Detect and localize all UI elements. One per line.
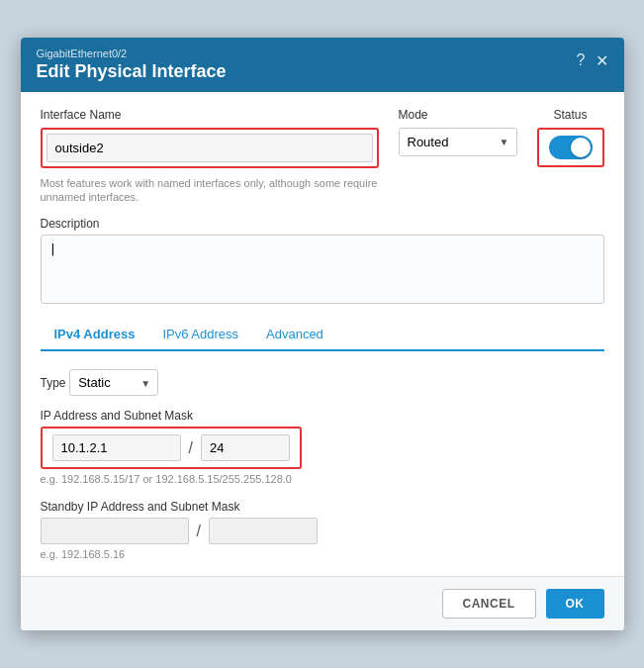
toggle-thumb xyxy=(571,138,591,157)
tab-ipv4-address[interactable]: IPv4 Address xyxy=(41,319,149,351)
standby-label: Standby IP Address and Subnet Mask xyxy=(41,500,240,514)
standby-slash-separator: / xyxy=(197,523,201,540)
description-label: Description xyxy=(41,217,100,231)
cancel-button[interactable]: CANCEL xyxy=(442,589,536,619)
ip-subnet-box-wrapper: / xyxy=(41,423,604,469)
ipv4-content: Type Static DHCP PPPoE ▼ IP Address and … xyxy=(41,365,604,560)
tab-advanced[interactable]: Advanced xyxy=(252,319,337,351)
dialog-body: Interface Name Most features work with n… xyxy=(21,92,624,577)
type-select-wrapper: Static DHCP PPPoE ▼ xyxy=(69,369,158,396)
standby-hint: e.g. 192.168.5.16 xyxy=(41,548,604,560)
status-box xyxy=(537,128,604,167)
tab-ipv6-address[interactable]: IPv6 Address xyxy=(148,319,252,351)
status-toggle[interactable] xyxy=(549,136,593,159)
dialog-header-left: GigabitEthernet0/2 Edit Physical Interfa… xyxy=(37,48,227,82)
ip-address-input[interactable] xyxy=(52,434,181,461)
standby-section: Standby IP Address and Subnet Mask / e.g… xyxy=(41,499,604,560)
top-row: Interface Name Most features work with n… xyxy=(41,108,604,205)
edit-physical-interface-dialog: GigabitEthernet0/2 Edit Physical Interfa… xyxy=(21,38,624,631)
interface-name-hint: Most features work with named interfaces… xyxy=(41,176,379,205)
interface-name-group: Interface Name Most features work with n… xyxy=(41,108,379,205)
close-icon[interactable]: ✕ xyxy=(596,51,608,70)
standby-row: / xyxy=(41,518,604,544)
type-section: Type Static DHCP PPPoE ▼ xyxy=(41,365,604,396)
dialog-header: GigabitEthernet0/2 Edit Physical Interfa… xyxy=(21,38,624,92)
standby-subnet-input[interactable] xyxy=(209,518,318,544)
dialog-title: Edit Physical Interface xyxy=(37,61,227,82)
dialog-subtitle: GigabitEthernet0/2 xyxy=(37,48,227,59)
interface-name-box xyxy=(41,128,379,168)
mode-select-wrapper: Routed Passive BVI ▼ xyxy=(399,128,517,156)
type-label: Type xyxy=(41,376,66,390)
ip-hint: e.g. 192.168.5.15/17 or 192.168.5.15/255… xyxy=(41,473,604,485)
mode-label: Mode xyxy=(399,108,517,122)
dialog-footer: CANCEL OK xyxy=(21,576,624,630)
tabs-bar: IPv4 Address IPv6 Address Advanced xyxy=(41,319,604,351)
mode-select[interactable]: Routed Passive BVI xyxy=(399,128,517,156)
interface-name-input[interactable] xyxy=(46,134,373,162)
ip-subnet-label: IP Address and Subnet Mask xyxy=(41,409,194,423)
type-select[interactable]: Static DHCP PPPoE xyxy=(69,369,158,396)
mode-group: Mode Routed Passive BVI ▼ xyxy=(399,108,517,156)
status-label: Status xyxy=(553,108,587,122)
description-section: Description | xyxy=(41,216,604,307)
help-icon[interactable]: ? xyxy=(577,51,586,69)
dialog-header-icons: ? ✕ xyxy=(577,51,608,70)
subnet-mask-input[interactable] xyxy=(201,434,290,461)
ok-button[interactable]: OK xyxy=(546,589,604,619)
status-group: Status xyxy=(537,108,604,167)
description-textarea[interactable]: | xyxy=(41,235,604,304)
interface-name-label: Interface Name xyxy=(41,108,379,122)
ip-subnet-section: IP Address and Subnet Mask / e.g. 192.16… xyxy=(41,408,604,485)
ip-subnet-box: / xyxy=(41,427,302,469)
standby-ip-input[interactable] xyxy=(41,518,189,544)
slash-separator: / xyxy=(189,439,193,457)
